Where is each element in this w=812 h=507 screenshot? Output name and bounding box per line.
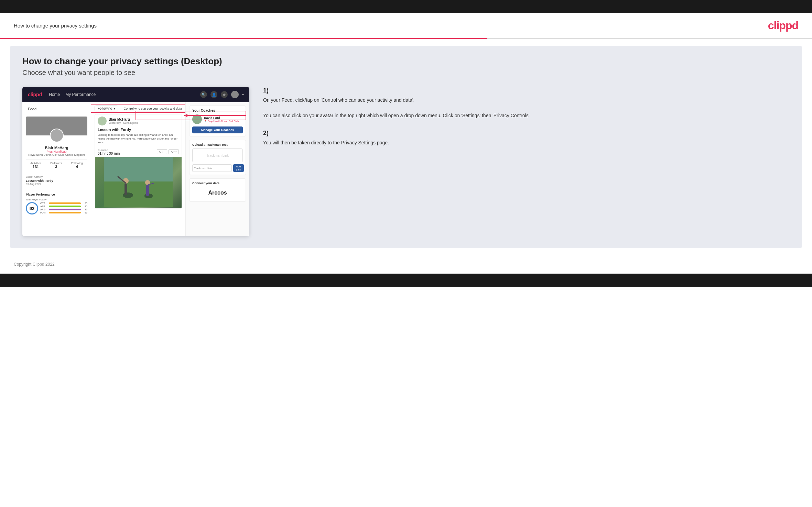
- coach-row: David Ford 📍 Royal North Devon Golf Club: [192, 114, 243, 124]
- trackman-input[interactable]: [192, 164, 232, 172]
- person-icon[interactable]: 👤: [210, 91, 217, 98]
- app-badge: APP: [169, 149, 179, 154]
- bar-app-track: [49, 206, 81, 207]
- trackman-input-row: Add Link: [192, 164, 243, 172]
- coaches-section: Your Coaches David Ford 📍 Royal North De…: [189, 106, 246, 136]
- app-body: Feed Blair McHarg Plus Handicap Royal No…: [22, 102, 249, 236]
- duration-value: 01 hr : 30 min: [98, 152, 120, 155]
- pin-icon: 📍: [204, 120, 207, 122]
- activities-label: Activities: [30, 162, 41, 165]
- app-right: Your Coaches David Ford 📍 Royal North De…: [186, 102, 249, 236]
- svg-rect-7: [146, 185, 149, 196]
- bar-arg-track: [49, 209, 81, 210]
- avatar-dropdown-icon[interactable]: ▾: [242, 93, 244, 97]
- following-label: Following: [71, 162, 83, 165]
- player-performance: Player Performance Total Player Quality …: [26, 190, 87, 214]
- following-chevron: ▾: [113, 107, 115, 110]
- badges: OTT APP: [157, 149, 179, 154]
- page-subheading: Choose what you want people to see: [22, 69, 790, 77]
- trackman-title: Upload a Trackman Test: [192, 143, 243, 146]
- bars-list: OTT 90 APP 85 ARG: [40, 202, 87, 214]
- plus-icon[interactable]: ⊕: [221, 91, 228, 98]
- instruction-2-text: You will then be taken directly to the P…: [263, 139, 786, 146]
- bottom-bar: [0, 274, 812, 287]
- tpq-row: 92 OTT 90 APP 85: [26, 202, 87, 214]
- app-feed: Following ▾ Control who can see your act…: [91, 102, 186, 236]
- nav-icons: 🔍 👤 ⊕ ▾: [200, 91, 244, 98]
- feed-tab: Feed: [26, 106, 87, 112]
- connect-section: Connect your data Arccos: [189, 178, 246, 202]
- trackman-box: Trackman Link: [192, 148, 243, 162]
- tpq-label: Total Player Quality: [26, 198, 87, 201]
- trackman-placeholder: Trackman Link: [206, 154, 229, 157]
- coach-club: 📍 Royal North Devon Golf Club: [204, 120, 239, 122]
- add-link-button[interactable]: Add Link: [233, 164, 244, 172]
- search-icon[interactable]: 🔍: [200, 91, 207, 98]
- stat-activities: Activities 131: [30, 162, 41, 169]
- user-avatar[interactable]: [231, 91, 239, 98]
- bar-putt: PUTT 96: [40, 211, 87, 214]
- bar-app-value: 85: [82, 205, 87, 208]
- followers-label: Followers: [50, 162, 62, 165]
- instruction-1-number: 1): [263, 87, 786, 94]
- feed-card-header: Blair McHarg Yesterday · Sunningdale: [95, 114, 182, 128]
- copyright: Copyright Clippd 2022: [14, 262, 55, 267]
- latest-activity-label: Latest Activity: [26, 175, 87, 178]
- feed-user-avatar: [98, 117, 107, 125]
- bar-arg-value: 86: [82, 208, 87, 211]
- profile-name: Blair McHarg: [27, 146, 86, 150]
- followers-value: 3: [50, 165, 62, 169]
- feed-user-name: Blair McHarg: [109, 118, 138, 121]
- following-value: 4: [71, 165, 83, 169]
- duration-info: Duration 01 hr : 30 min: [98, 148, 120, 155]
- pp-title: Player Performance: [26, 193, 87, 196]
- nav-performance: My Performance: [65, 92, 96, 97]
- following-label: Following: [98, 107, 112, 110]
- latest-activity-name: Lesson with Fordy: [26, 179, 87, 183]
- coaches-title: Your Coaches: [192, 109, 243, 112]
- instruction-1: 1) On your Feed, click/tap on 'Control w…: [263, 87, 786, 119]
- arccos-text: Arccos: [192, 187, 243, 199]
- duration-label: Duration: [98, 148, 120, 152]
- bar-ott-label: OTT: [40, 202, 48, 205]
- connect-title: Connect your data: [192, 181, 243, 185]
- page-heading: How to change your privacy settings (Des…: [22, 56, 790, 67]
- score-circle: 92: [26, 202, 38, 214]
- bar-app: APP 85: [40, 205, 87, 208]
- bar-ott: OTT 90: [40, 202, 87, 205]
- profile-avatar: [50, 129, 64, 142]
- header-divider: [0, 38, 812, 39]
- bar-arg: ARG 86: [40, 208, 87, 211]
- main-content: How to change your privacy settings (Des…: [10, 46, 802, 248]
- control-link[interactable]: Control who can see your activity and da…: [123, 107, 182, 110]
- app-nav: clippd Home My Performance 🔍 👤 ⊕ ▾: [22, 87, 249, 102]
- breadcrumb: How to change your privacy settings: [14, 23, 97, 29]
- feed-activity-desc: Looking to feel like my hands are exitin…: [95, 133, 182, 147]
- bar-app-label: APP: [40, 205, 48, 208]
- following-button[interactable]: Following ▾: [95, 106, 118, 111]
- feed-user-location: Yesterday · Sunningdale: [109, 121, 138, 124]
- coach-name: David Ford: [204, 116, 239, 120]
- svg-point-2: [123, 192, 133, 198]
- coach-avatar: [192, 114, 202, 124]
- profile-stats: Activities 131 Followers 3 Following 4: [26, 159, 87, 171]
- ott-badge: OTT: [157, 149, 167, 154]
- feed-activity-title: Lesson with Fordy: [95, 128, 182, 133]
- top-bar: [0, 0, 812, 13]
- golf-image: [104, 157, 173, 207]
- bar-putt-label: PUTT: [40, 211, 48, 214]
- stat-following: Following 4: [71, 162, 83, 169]
- manage-coaches-button[interactable]: Manage Your Coaches: [192, 126, 243, 133]
- bar-putt-value: 96: [82, 211, 87, 214]
- instruction-1-text: On your Feed, click/tap on 'Control who …: [263, 96, 786, 119]
- app-logo: clippd: [28, 92, 42, 97]
- stat-followers: Followers 3: [50, 162, 62, 169]
- coach-club-text: Royal North Devon Golf Club: [208, 120, 239, 122]
- instruction-2: 2) You will then be taken directly to th…: [263, 130, 786, 146]
- feed-card: Blair McHarg Yesterday · Sunningdale Les…: [95, 114, 182, 209]
- header: How to change your privacy settings clip…: [0, 13, 812, 38]
- svg-rect-1: [104, 157, 173, 181]
- bar-ott-value: 90: [82, 202, 87, 205]
- nav-home: Home: [49, 92, 60, 97]
- app-screenshot: clippd Home My Performance 🔍 👤 ⊕ ▾ Feed: [22, 87, 249, 236]
